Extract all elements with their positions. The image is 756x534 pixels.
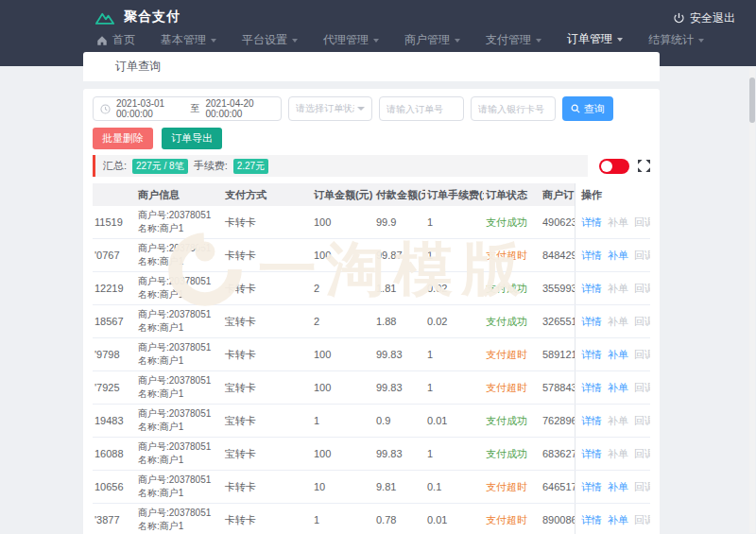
- order-status-select[interactable]: 请选择订单状态: [288, 96, 372, 121]
- operations-cell: 详情补单回调: [575, 305, 650, 337]
- op-detail-link[interactable]: 详情: [581, 447, 602, 461]
- merchant-order-cell: 355993: [541, 281, 575, 296]
- order-amount-cell: 100: [312, 380, 374, 395]
- merchant-info-cell: 商户号:20378051 名称:商户1: [136, 505, 223, 534]
- op-supplement-link[interactable]: 补单: [608, 348, 628, 362]
- op-callback-link: 回调: [634, 513, 650, 527]
- order-amount-cell: 100: [312, 347, 374, 362]
- merchant-name: 名称:商户1: [138, 255, 219, 268]
- table-body: 11519 商户号:20378051 名称:商户1 卡转卡 100 99.9 1…: [93, 206, 650, 534]
- operations-cell: 详情补单回调: [575, 239, 650, 271]
- order-fee-cell: 1: [425, 347, 484, 362]
- bank-card-input[interactable]: [471, 96, 556, 121]
- op-detail-link[interactable]: 详情: [581, 480, 602, 494]
- table-row: 19483 商户号:20378051 名称:商户1 宝转卡 1 0.9 0.01…: [93, 405, 650, 438]
- op-detail-link[interactable]: 详情: [581, 348, 602, 362]
- op-detail-link[interactable]: 详情: [581, 215, 602, 230]
- order-export-button[interactable]: 订单导出: [162, 128, 222, 149]
- order-amount-cell: 2: [312, 281, 374, 296]
- header-order-amount: 订单金额(元): [312, 186, 374, 204]
- search-icon: [571, 104, 580, 113]
- merchant-name: 名称:商户1: [138, 421, 219, 434]
- header-paid-amount: 付款金额(元): [374, 186, 425, 204]
- query-button-label: 查询: [584, 102, 605, 116]
- query-button[interactable]: 查询: [562, 96, 613, 121]
- op-supplement-link: 补单: [608, 282, 628, 296]
- operations-cell: 详情补单回调: [575, 504, 650, 534]
- fullscreen-icon[interactable]: [638, 160, 650, 172]
- tab-order-query[interactable]: 订单查询: [115, 59, 161, 75]
- merchant-info-cell: 商户号:20378051 名称:商户1: [136, 339, 223, 370]
- order-fee-cell: 0.01: [425, 512, 484, 527]
- order-fee-cell: 1: [425, 446, 484, 461]
- merchant-number: 商户号:20378051: [138, 275, 219, 288]
- operations-cell: 详情补单回调: [575, 471, 650, 503]
- order-status-placeholder: 请选择订单状态: [296, 102, 354, 115]
- pay-method-cell: 卡转卡: [223, 346, 312, 364]
- vertical-scrollbar[interactable]: [749, 68, 755, 533]
- merchant-order-cell: 589121: [541, 347, 575, 362]
- scrollbar-thumb[interactable]: [749, 78, 755, 123]
- merchant-info-cell: 商户号:20378051 名称:商户1: [136, 372, 223, 403]
- status-badge: 支付成功: [484, 313, 541, 331]
- logout-button[interactable]: 安全退出: [673, 10, 735, 26]
- table-header-row: 商户信息 支付方式 订单金额(元) 付款金额(元) 订单手续费(元) 订单状态 …: [93, 183, 650, 206]
- operations-cell: 详情补单回调: [575, 438, 650, 470]
- paid-amount-cell: 1.81: [374, 281, 425, 296]
- op-detail-link[interactable]: 详情: [581, 282, 602, 296]
- table-row: '9798 商户号:20378051 名称:商户1 卡转卡 100 99.83 …: [93, 338, 650, 371]
- date-range-picker[interactable]: 2021-03-01 00:00:00 至 2021-04-20 00:00:0…: [93, 96, 282, 121]
- batch-delete-button[interactable]: 批量删除: [93, 128, 153, 149]
- chevron-down-icon: [373, 39, 379, 43]
- order-amount-cell: 100: [312, 248, 374, 263]
- logout-label: 安全退出: [690, 10, 735, 26]
- merchant-name: 名称:商户1: [138, 487, 219, 500]
- summary-fee-label: 手续费:: [194, 159, 228, 173]
- merchant-info-cell: 商户号:20378051 名称:商户1: [136, 439, 223, 469]
- paid-amount-cell: 0.9: [374, 413, 425, 428]
- merchant-info-cell: 商户号:20378051 名称:商户1: [136, 472, 223, 502]
- merchant-order-cell: 762896: [541, 413, 575, 428]
- order-amount-cell: 1: [312, 413, 374, 428]
- order-number-input[interactable]: [379, 96, 464, 121]
- merchant-name: 名称:商户1: [138, 222, 219, 235]
- merchant-order-cell: 326551: [541, 314, 575, 329]
- order-fee-cell: 1: [425, 380, 484, 395]
- op-detail-link[interactable]: 详情: [581, 414, 602, 428]
- order-amount-cell: 10: [312, 479, 374, 494]
- paid-amount-cell: 99.87: [374, 248, 425, 263]
- op-detail-link[interactable]: 详情: [581, 513, 602, 527]
- tab-bar: 订单查询: [83, 52, 660, 81]
- order-fee-cell: 0.01: [425, 413, 484, 428]
- table-controls: [588, 159, 650, 174]
- status-badge: 支付成功: [484, 214, 541, 232]
- order-fee-cell: 0.02: [425, 281, 484, 296]
- status-badge: 支付成功: [484, 445, 541, 463]
- op-supplement-link[interactable]: 补单: [608, 513, 628, 527]
- brand: 聚合支付: [94, 9, 180, 26]
- op-detail-link[interactable]: 详情: [581, 381, 602, 395]
- pay-method-cell: 卡转卡: [223, 247, 312, 265]
- header-order-status: 订单状态: [484, 186, 541, 204]
- op-callback-link: 回调: [634, 480, 650, 494]
- toggle-switch[interactable]: [599, 159, 629, 174]
- merchant-number: 商户号:20378051: [138, 507, 219, 520]
- op-supplement-link[interactable]: 补单: [608, 381, 628, 395]
- op-supplement-link[interactable]: 补单: [608, 249, 628, 263]
- header-order-number: [93, 193, 136, 197]
- order-number-cell: 18567: [93, 314, 136, 329]
- nav-item-label: 基本管理: [161, 32, 206, 48]
- order-fee-cell: 0.1: [425, 479, 484, 494]
- order-amount-cell: 2: [312, 314, 374, 329]
- op-detail-link[interactable]: 详情: [581, 249, 602, 263]
- nav-item-label: 结算统计: [648, 32, 694, 48]
- op-detail-link[interactable]: 详情: [581, 315, 602, 329]
- merchant-name: 名称:商户1: [138, 354, 219, 368]
- status-badge: 支付超时: [484, 478, 541, 496]
- op-supplement-link[interactable]: 补单: [608, 480, 628, 494]
- merchant-name: 名称:商户1: [138, 388, 219, 401]
- order-fee-cell: 0.02: [425, 314, 484, 329]
- merchant-order-cell: 490623: [541, 215, 575, 230]
- merchant-order-cell: 890086: [541, 512, 575, 527]
- op-supplement-link: 补单: [608, 215, 628, 230]
